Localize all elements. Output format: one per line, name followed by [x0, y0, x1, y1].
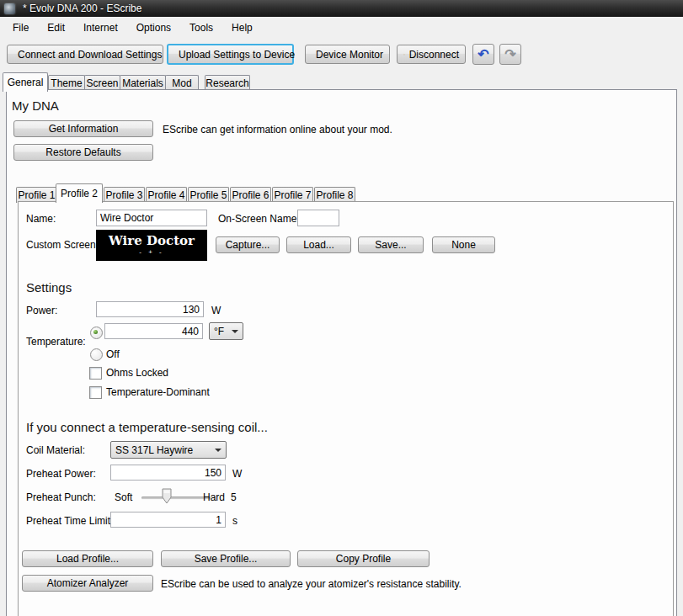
- menu-bar: File Edit Internet Options Tools Help: [0, 17, 683, 39]
- title-bar: * Evolv DNA 200 - EScribe: [0, 0, 683, 17]
- settings-heading: Settings: [26, 280, 72, 295]
- temperature-label: Temperature:: [26, 336, 86, 348]
- general-tab-page: My DNA Get Information EScribe can get i…: [6, 89, 677, 616]
- power-label: Power:: [26, 305, 57, 316]
- ohms-locked-label: Ohms Locked: [106, 367, 168, 379]
- temperature-unit-combo[interactable]: °F: [209, 322, 243, 340]
- menu-edit[interactable]: Edit: [38, 19, 74, 37]
- preheat-time-limit-input[interactable]: [110, 512, 226, 528]
- disconnect-icon: [403, 50, 405, 60]
- upload-settings-button[interactable]: Upload Settings to Device: [167, 44, 294, 65]
- preheat-punch-slider[interactable]: [141, 497, 211, 499]
- atomizer-analyzer-hint: EScribe can be used to analyze your atom…: [161, 578, 462, 590]
- copy-profile-button[interactable]: Copy Profile: [297, 550, 430, 567]
- preheat-time-limit-unit: s: [232, 515, 237, 527]
- profile-name-input[interactable]: [96, 210, 207, 226]
- ohms-locked-checkbox[interactable]: [89, 367, 102, 380]
- temperature-radio[interactable]: [90, 327, 103, 339]
- preheat-power-label: Preheat Power:: [26, 468, 96, 480]
- coil-material-combo[interactable]: SS 317L Haywire: [110, 441, 227, 459]
- profile-tab-2[interactable]: Profile 2: [56, 183, 103, 203]
- my-dna-heading: My DNA: [12, 98, 59, 113]
- power-input[interactable]: [96, 301, 204, 317]
- coil-material-label: Coil Material:: [26, 444, 85, 456]
- preheat-power-input[interactable]: [110, 465, 226, 481]
- custom-screen-label: Custom Screen:: [26, 239, 99, 251]
- capture-button[interactable]: Capture...: [216, 236, 280, 253]
- preheat-time-limit-label: Preheat Time Limit:: [26, 515, 113, 527]
- screen-preview-subtitle: - + -: [139, 249, 163, 256]
- toolbar: Connect and Download Settings Upload Set…: [0, 39, 683, 74]
- menu-internet[interactable]: Internet: [74, 19, 127, 37]
- redo-button[interactable]: ↷: [499, 44, 521, 65]
- chevron-down-icon: [232, 330, 238, 333]
- disconnect-button[interactable]: Disconnect: [397, 45, 466, 64]
- load-profile-button[interactable]: Load Profile...: [22, 550, 153, 567]
- device-monitor-button[interactable]: Device Monitor: [305, 45, 390, 64]
- none-button[interactable]: None: [432, 236, 495, 253]
- undo-button[interactable]: ↶: [472, 44, 494, 65]
- chevron-down-icon: [215, 449, 221, 452]
- connect-download-label: Connect and Download Settings: [18, 49, 162, 61]
- coil-section-heading: If you connect a temperature-sensing coi…: [26, 420, 268, 434]
- temperature-off-label: Off: [106, 348, 120, 360]
- window-title: * Evolv DNA 200 - EScribe: [23, 3, 141, 14]
- preheat-power-unit: W: [232, 468, 242, 480]
- restore-defaults-button[interactable]: Restore Defaults: [13, 144, 153, 161]
- temperature-dominant-label: Temperature-Dominant: [106, 386, 210, 398]
- preheat-punch-slider-thumb[interactable]: [162, 488, 172, 507]
- device-monitor-label: Device Monitor: [316, 49, 383, 61]
- load-button[interactable]: Load...: [286, 236, 351, 253]
- disconnect-label: Disconnect: [409, 49, 459, 61]
- main-tab-strip: General Theme Screen Materials Mod Resea…: [0, 74, 683, 90]
- connect-download-button[interactable]: Connect and Download Settings: [7, 45, 163, 64]
- custom-screen-preview: Wire Doctor - + -: [96, 230, 207, 261]
- temperature-unit-value: °F: [214, 326, 227, 337]
- temperature-dominant-checkbox[interactable]: [89, 386, 102, 399]
- save-profile-button[interactable]: Save Profile...: [161, 550, 291, 567]
- undo-icon: ↶: [478, 46, 488, 62]
- screen-preview-title: Wire Doctor: [109, 235, 195, 247]
- atomizer-analyzer-button[interactable]: Atomizer Analyzer: [22, 575, 153, 592]
- get-information-button[interactable]: Get Information: [13, 120, 153, 137]
- punch-value: 5: [231, 491, 237, 503]
- app-icon: [4, 3, 15, 14]
- save-button[interactable]: Save...: [358, 236, 424, 253]
- get-information-hint: EScribe can get information online about…: [163, 124, 392, 135]
- punch-hard-label: Hard: [203, 491, 225, 503]
- tab-general[interactable]: General: [3, 72, 48, 92]
- menu-tools[interactable]: Tools: [180, 19, 222, 37]
- upload-settings-label: Upload Settings to Device: [179, 49, 295, 61]
- preheat-punch-label: Preheat Punch:: [26, 491, 96, 503]
- onscreen-name-label: On-Screen Name:: [218, 213, 300, 225]
- name-label: Name:: [26, 213, 56, 225]
- onscreen-name-input[interactable]: [297, 210, 339, 226]
- coil-material-value: SS 317L Haywire: [115, 444, 211, 456]
- menu-help[interactable]: Help: [222, 19, 262, 37]
- escribe-window: * Evolv DNA 200 - EScribe File Edit Inte…: [0, 0, 683, 616]
- menu-file[interactable]: File: [3, 19, 38, 37]
- power-unit: W: [211, 305, 221, 316]
- temperature-off-radio[interactable]: [90, 348, 103, 361]
- punch-soft-label: Soft: [115, 491, 132, 503]
- menu-options[interactable]: Options: [127, 19, 180, 37]
- redo-icon: ↷: [504, 46, 515, 62]
- temperature-input[interactable]: [104, 323, 203, 339]
